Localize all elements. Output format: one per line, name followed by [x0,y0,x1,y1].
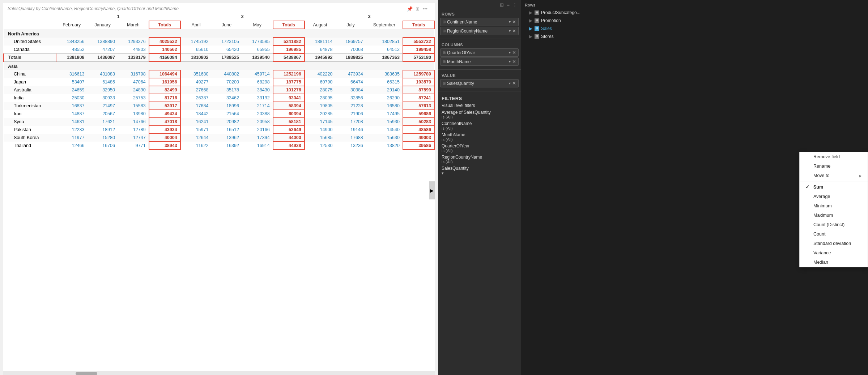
data-cell: 19146 [335,126,366,134]
data-cell: 32950 [87,86,118,94]
data-cell: 1388890 [87,38,118,46]
data-cell: 59686 [403,110,434,118]
horizontal-scrollbar[interactable] [3,371,435,375]
tree-sales[interactable]: ▶ ⊞ Sales [521,25,868,33]
ctx-median[interactable]: Median [800,258,868,267]
table-row: Canada4855247207448031405626561065420659… [4,46,434,53]
data-cell: 66315 [366,78,403,86]
data-cell: 17688 [335,134,366,142]
data-cell: 60790 [305,78,336,86]
data-cell: 16392 [211,142,242,150]
ctx-maximum[interactable]: Maximum [800,211,868,220]
filter-regioncountry[interactable]: RegionCountryName is (All) [438,154,521,165]
ctx-check-remove [805,154,810,159]
panel-wrapper: ⊞ ≡ ⋮ Rows ⊞ ContinentName ▾ ✕ [438,0,868,375]
ctx-remove-field[interactable]: Remove field [800,152,868,161]
panel-icon-3[interactable]: ⋮ [512,2,517,8]
filter-avg-salesqty[interactable]: Average of SalesQuantity is (All) [438,109,521,120]
scrollbar-thumb[interactable] [76,372,97,375]
jul-header: July [335,21,366,29]
salesqty-chevron[interactable]: ▾ [509,81,511,85]
tree-panel: Rows ▶ ⊞ ProductSubcatego... ▶ ⊞ Promoti… [521,0,868,375]
country-col-header [4,21,56,29]
salesqty-pill-icon: ⊞ [443,81,446,85]
ctx-check-minimum [805,203,810,208]
scroll-right[interactable]: ▶ [429,181,435,199]
sales-qty-pill[interactable]: ⊞ SalesQuantity ▾ ✕ [440,79,519,87]
ctx-check-median [805,260,810,265]
region-pill[interactable]: ⊞ RegionCountryName ▾ ✕ [440,27,519,35]
filter-quarterofyear[interactable]: QuarterOfYear is (All) [438,142,521,154]
table-row: Turkmenistan1683721497155835391717684189… [4,102,434,110]
ctx-variance[interactable]: Variance [800,248,868,258]
tree-arrow-3: ▶ [529,26,532,31]
month-remove[interactable]: ✕ [512,59,516,64]
data-cell: 1867363 [366,53,403,61]
filter-continent[interactable]: ContinentName is (All) [438,120,521,131]
panel-icon-1[interactable]: ⊞ [500,2,504,8]
more-icon[interactable]: ••• [422,6,427,12]
filter-monthname[interactable]: MonthName is (All) [438,131,521,142]
continent-chevron[interactable]: ▾ [509,20,511,24]
ctx-average-label: Average [813,194,830,199]
ctx-sum[interactable]: ✓ Sum [800,182,868,192]
ctx-move-to[interactable]: Move to [800,171,868,180]
salesqty-remove[interactable]: ✕ [512,81,516,86]
ctx-count-distinct[interactable]: Count (Distinct) [800,220,868,229]
data-cell: 13962 [211,134,242,142]
month-chevron[interactable]: ▾ [509,60,511,64]
pin-icon[interactable]: 📌 [407,6,413,12]
data-cell: 199458 [403,46,434,53]
quarter-chevron[interactable]: ▾ [509,51,511,55]
tree-promotion[interactable]: ▶ ⊞ Promotion [521,17,868,25]
tree-productsubcat[interactable]: ▶ ⊞ ProductSubcatego... [521,9,868,17]
data-cell: 18442 [180,110,212,118]
ctx-count[interactable]: Count [800,229,868,239]
filter-salesquantity[interactable]: SalesQuantity ▾ [438,165,521,176]
region-remove[interactable]: ✕ [512,28,516,34]
value-section: Value ⊞ SalesQuantity ▾ ✕ [438,71,521,90]
table-wrapper[interactable]: 1 2 3 February January March Totals Apri… [3,13,435,375]
data-cell: 44928 [273,142,305,150]
aug-header: August [305,21,336,29]
data-cell: 1881114 [305,38,336,46]
country-name: Canada [4,46,56,53]
data-cell: 13820 [366,142,403,150]
ctx-minimum[interactable]: Minimum [800,201,868,211]
data-cell: 82499 [149,86,180,94]
data-cell: 21497 [87,102,118,110]
ctx-rename[interactable]: Rename [800,161,868,171]
data-cell: 81716 [149,94,180,102]
data-cell: 16837 [56,102,87,110]
data-cell: 17394 [242,134,273,142]
ctx-stddev-label: Standard deviation [813,241,851,246]
filter-salesqty-arrow[interactable]: ▾ [442,171,444,176]
data-cell: 161956 [149,78,180,86]
data-cell: 43934 [149,126,180,134]
data-cell: 1436097 [87,53,118,61]
value-label: Value [438,72,521,78]
table-row: South Korea11977152801274740004126441396… [4,134,434,142]
group-header-row: North America [4,29,434,38]
expand-icon[interactable]: ⊞ [416,6,420,12]
ctx-count-label: Count [813,232,825,237]
data-cell: 21564 [211,110,242,118]
tree-stores[interactable]: ▶ ⊞ Stores [521,33,868,40]
quarter-pill[interactable]: ⊞ QuarterOfYear ▾ ✕ [440,48,519,57]
filter-visual[interactable]: Visual level filters [438,102,521,109]
continent-remove[interactable]: ✕ [512,19,516,25]
data-cell: 49277 [180,78,212,86]
quarter-remove[interactable]: ✕ [512,50,516,55]
ctx-check-countdistinct [805,222,810,227]
data-cell: 21228 [335,102,366,110]
ctx-average[interactable]: Average [800,192,868,201]
data-cell: 1064494 [149,70,180,78]
continent-pill[interactable]: ⊞ ContinentName ▾ ✕ [440,18,519,26]
month-pill-label: MonthName [447,59,471,64]
data-cell: 196985 [273,46,305,53]
region-chevron[interactable]: ▾ [509,29,511,33]
month-pill[interactable]: ⊞ MonthName ▾ ✕ [440,57,519,66]
data-cell: 19805 [305,102,336,110]
panel-icon-2[interactable]: ≡ [507,2,510,8]
ctx-stddev[interactable]: Standard deviation [800,239,868,248]
